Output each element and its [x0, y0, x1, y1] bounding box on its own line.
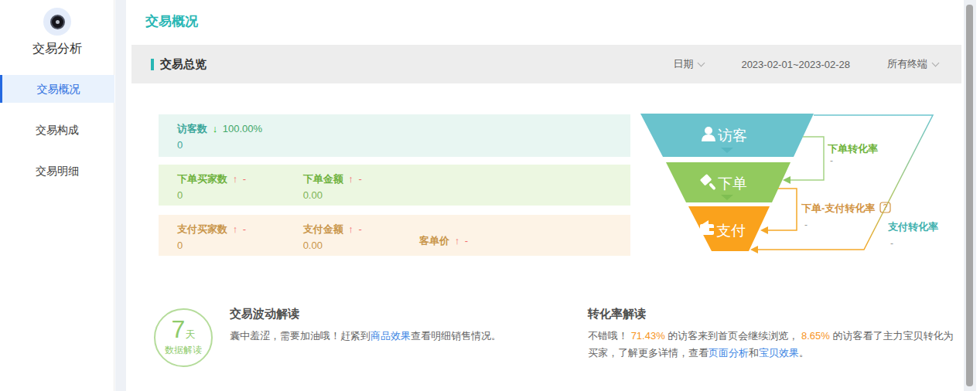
rate-value-order-pay: -: [804, 219, 808, 230]
chevron-down-icon: [698, 59, 705, 66]
text-segment: 的访客来到首页会继续浏览，: [665, 330, 801, 342]
metric-value: 0: [177, 189, 300, 201]
metric-value: 0: [177, 139, 300, 151]
badge-caption: 数据解读: [155, 344, 211, 357]
date-range-value[interactable]: 2023-02-01~2023-02-28: [741, 59, 850, 70]
section-header-bar: 交易总览 日期 2023-02-01~2023-02-28 所有终端: [131, 45, 961, 83]
metric-label: 下单买家数: [177, 173, 227, 185]
metric-change: -: [465, 235, 468, 246]
product-effect-link[interactable]: 商品效果: [370, 330, 411, 342]
metric-row-visitor: 访客数 ↓ 100.00% 0: [159, 114, 630, 157]
metric-order-amount: 下单金额 ↑ - 0.00: [303, 172, 426, 201]
metric-change: 100.00%: [223, 123, 262, 134]
metric-value: 0: [177, 240, 300, 251]
metric-change: -: [243, 173, 246, 185]
trend-up-icon: ↑: [233, 173, 238, 185]
date-dropdown-label: 日期: [673, 57, 693, 71]
rate-value-pay: -: [890, 238, 893, 249]
rate-value-order: -: [830, 155, 833, 166]
app-title: 交易分析: [0, 41, 114, 57]
metric-label: 下单金额: [303, 173, 343, 185]
metric-value: 0.00: [303, 240, 426, 251]
filters: 日期 2023-02-01~2023-02-28 所有终端: [673, 57, 938, 71]
chevron-down-icon: [932, 59, 940, 66]
metric-label: 访客数: [177, 123, 207, 134]
arrow-left-icon: [750, 246, 758, 253]
text-segment: 囊中羞涩，需要加油哦！赶紧到: [230, 330, 370, 342]
metric-avg-order-value: 客单价 ↑ -: [419, 234, 468, 248]
volatility-insight-title: 交易波动解读: [230, 307, 299, 321]
funnel-stage-label: 支付: [716, 223, 746, 239]
terminal-dropdown-label: 所有终端: [887, 57, 927, 71]
metric-change: -: [243, 223, 246, 235]
app-logo-icon: [43, 8, 71, 36]
text-segment: 和: [749, 347, 759, 359]
badge-unit: 天: [185, 328, 195, 340]
sidebar: 交易分析 交易概况 交易构成 交易明细: [0, 0, 114, 391]
svg-text:?: ?: [883, 203, 888, 212]
sidebar-item-trade-overview[interactable]: 交易概况: [0, 75, 114, 103]
volatility-insight-text: 囊中羞涩，需要加油哦！赶紧到商品效果查看明细销售情况。: [230, 328, 586, 345]
rate-label-order: 下单转化率: [828, 143, 878, 155]
arrow-left-icon: [760, 226, 768, 234]
section-title-wrap: 交易总览: [151, 57, 207, 72]
trend-up-icon: ↑: [233, 223, 238, 235]
funnel-stage-label: 下单: [718, 175, 747, 192]
badge-number: 7天: [155, 317, 211, 342]
item-effect-link[interactable]: 宝贝效果: [759, 347, 799, 359]
transaction-analytics-screen: 交易分析 交易概况 交易构成 交易明细 交易概况 交易总览 日期 2023-02…: [0, 0, 980, 391]
metric-value: 0.00: [303, 189, 426, 201]
trend-up-icon: ↑: [348, 173, 353, 185]
text-segment: 查看明细销售情况。: [411, 330, 501, 342]
pct-highlight: 71.43%: [631, 330, 665, 342]
date-dropdown[interactable]: 日期: [673, 57, 704, 71]
sidebar-item-trade-detail[interactable]: 交易明细: [0, 157, 114, 185]
section-title-tick: [151, 59, 154, 70]
scrollbar-thumb[interactable]: [966, 5, 973, 386]
metric-label: 支付金额: [303, 223, 343, 235]
trend-up-icon: ↑: [348, 223, 353, 235]
metric-order-buyers: 下单买家数 ↑ - 0: [177, 172, 300, 201]
text-segment: 不错哦！: [588, 330, 631, 342]
pct-highlight: 8.65%: [801, 330, 830, 342]
sidebar-item-trade-composition[interactable]: 交易构成: [0, 116, 114, 144]
metric-label: 客单价: [419, 235, 449, 246]
page-analysis-link[interactable]: 页面分析: [709, 347, 749, 359]
logo-disc-icon: [50, 15, 65, 29]
help-icon[interactable]: ?: [880, 202, 890, 212]
metric-pay-buyers: 支付买家数 ↑ - 0: [177, 223, 300, 251]
funnel-stage-label: 访客: [718, 128, 747, 144]
arrow-left-icon: [783, 176, 790, 184]
metric-pay-amount: 支付金额 ↑ - 0.00: [303, 223, 426, 251]
logo-dot: [56, 20, 60, 24]
seven-day-badge: 7天 数据解读: [154, 308, 213, 367]
metric-label: 支付买家数: [177, 223, 227, 235]
sidebar-gap: [115, 0, 126, 391]
metric-change: -: [358, 223, 361, 235]
rate-label-order-pay: 下单-支付转化率: [801, 202, 875, 214]
text-segment: 。: [799, 347, 809, 359]
trend-down-icon: ↓: [213, 123, 218, 134]
metric-change: -: [358, 173, 361, 185]
trend-up-icon: ↑: [455, 235, 460, 246]
metric-row-payment: 支付买家数 ↑ - 0 支付金额 ↑ - 0.00 客单价 ↑ -: [159, 215, 630, 256]
conversion-funnel-chart: 访客 下单 支付 下单转化率 - 下单-支付转化率 ? - 支付转化率 -: [634, 108, 944, 263]
section-title: 交易总览: [160, 57, 207, 72]
metric-visitor: 访客数 ↓ 100.00% 0: [177, 122, 300, 151]
metric-row-order: 下单买家数 ↑ - 0 下单金额 ↑ - 0.00: [159, 165, 630, 206]
conversion-insight-title: 转化率解读: [588, 307, 646, 321]
terminal-dropdown[interactable]: 所有终端: [887, 57, 938, 71]
rate-label-pay: 支付转化率: [887, 221, 938, 233]
page-title: 交易概况: [145, 12, 198, 30]
scrollbar-track[interactable]: [964, 0, 976, 391]
conversion-insight-text: 不错哦！ 71.43% 的访客来到首页会继续浏览， 8.65% 的访客看了主力宝…: [588, 328, 958, 362]
